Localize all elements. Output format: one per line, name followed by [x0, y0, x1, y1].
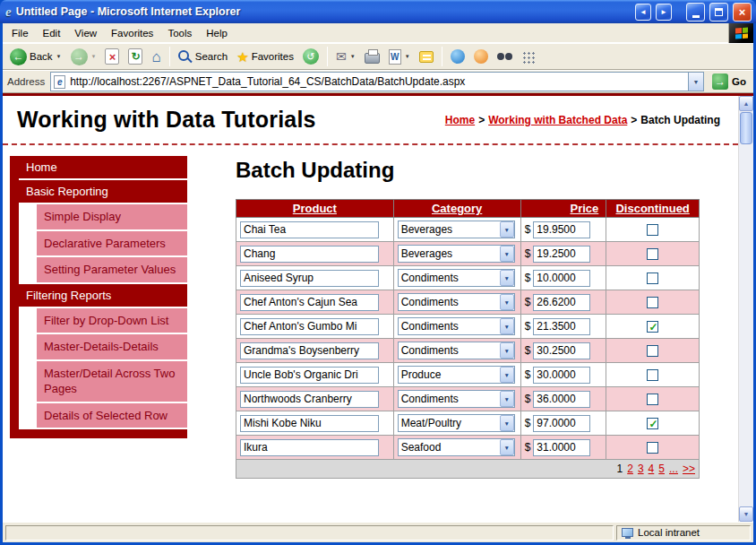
- chevron-down-icon[interactable]: ▼: [500, 342, 514, 359]
- scrollbar-thumb[interactable]: [740, 112, 752, 144]
- product-input[interactable]: [240, 342, 379, 359]
- search-button[interactable]: Search: [175, 48, 231, 65]
- menu-favorites[interactable]: Favorites: [104, 25, 160, 41]
- pager-link-2[interactable]: 2: [627, 463, 633, 475]
- edit-dropdown-icon[interactable]: ▼: [405, 54, 410, 59]
- sidebar-item-declarative-parameters[interactable]: Declarative Parameters: [37, 231, 187, 256]
- messenger-button[interactable]: [447, 48, 468, 65]
- forward-button[interactable]: → ▼: [67, 47, 100, 67]
- sidebar-item-home[interactable]: Home: [19, 156, 187, 178]
- category-select[interactable]: Produce▼: [398, 366, 515, 384]
- product-input[interactable]: [240, 439, 379, 456]
- discontinued-checkbox[interactable]: ✓: [647, 418, 658, 429]
- discontinued-checkbox[interactable]: ✓: [647, 272, 658, 284]
- header-category[interactable]: Category: [393, 200, 520, 218]
- product-input[interactable]: [240, 246, 379, 263]
- discontinued-checkbox[interactable]: ✓: [647, 297, 658, 308]
- discontinued-checkbox[interactable]: ✓: [647, 442, 658, 454]
- edit-button[interactable]: W ▼: [385, 48, 414, 66]
- chevron-down-icon[interactable]: ▼: [500, 318, 514, 334]
- product-input[interactable]: [240, 415, 379, 432]
- category-select[interactable]: Condiments▼: [398, 390, 515, 408]
- sidebar-item-filter-by-dropdown-list[interactable]: Filter by Drop-Down List: [37, 308, 187, 333]
- price-input[interactable]: [533, 294, 590, 311]
- discontinued-checkbox[interactable]: ✓: [647, 224, 658, 236]
- category-select[interactable]: Condiments▼: [398, 342, 515, 359]
- chevron-down-icon[interactable]: ▼: [500, 221, 514, 238]
- category-select[interactable]: Beverages▼: [398, 245, 515, 263]
- home-button[interactable]: ⌂: [148, 48, 164, 66]
- price-input[interactable]: [533, 221, 590, 238]
- mail-dropdown-icon[interactable]: ▼: [350, 54, 356, 59]
- titlebar-back-button[interactable]: ◄: [635, 4, 651, 21]
- pager-ellipsis-link[interactable]: ...: [669, 463, 678, 475]
- price-input[interactable]: [533, 367, 590, 384]
- breadcrumb-link-batched-data[interactable]: Working with Batched Data: [488, 114, 627, 126]
- price-input[interactable]: [533, 415, 590, 432]
- category-select[interactable]: Seafood▼: [398, 438, 515, 456]
- address-dropdown-button[interactable]: ▼: [688, 73, 703, 91]
- pager-link-4[interactable]: 4: [649, 463, 655, 475]
- sidebar-item-simple-display[interactable]: Simple Display: [37, 204, 187, 229]
- product-input[interactable]: [240, 318, 379, 335]
- pager-link-5[interactable]: 5: [658, 463, 665, 475]
- discontinued-checkbox[interactable]: ✓: [647, 321, 658, 333]
- product-input[interactable]: [240, 367, 379, 384]
- breadcrumb-link-home[interactable]: Home: [445, 114, 475, 126]
- header-discontinued[interactable]: Discontinued: [606, 200, 700, 218]
- minimize-button[interactable]: [686, 3, 705, 22]
- back-button[interactable]: ← Back ▼: [6, 47, 65, 67]
- menu-file[interactable]: File: [4, 25, 36, 41]
- chevron-down-icon[interactable]: ▼: [500, 439, 514, 455]
- pager-link-3[interactable]: 3: [638, 463, 644, 475]
- category-select[interactable]: Condiments▼: [398, 269, 515, 287]
- menu-help[interactable]: Help: [199, 25, 235, 41]
- menu-view[interactable]: View: [67, 25, 104, 41]
- chevron-down-icon[interactable]: ▼: [500, 367, 514, 383]
- sidebar-item-master-details-details[interactable]: Master-Details-Details: [37, 334, 187, 359]
- sidebar-item-master-detail-two-pages[interactable]: Master/Detail Across Two Pages: [37, 361, 187, 402]
- product-input[interactable]: [240, 270, 379, 287]
- category-select[interactable]: Condiments▼: [398, 317, 515, 335]
- sidebar-item-filtering-reports[interactable]: Filtering Reports: [19, 284, 187, 307]
- category-select[interactable]: Beverages▼: [398, 221, 515, 238]
- pager-next-link[interactable]: >>: [683, 463, 695, 475]
- print-button[interactable]: [361, 48, 383, 65]
- price-input[interactable]: [533, 391, 590, 408]
- close-button[interactable]: ×: [733, 3, 752, 22]
- product-input[interactable]: [240, 221, 379, 238]
- vertical-scrollbar[interactable]: ▲ ▼: [738, 96, 753, 522]
- price-input[interactable]: [533, 342, 590, 359]
- chevron-down-icon[interactable]: ▼: [500, 415, 514, 431]
- sidebar-item-partial[interactable]: [19, 429, 187, 438]
- product-input[interactable]: [240, 391, 379, 408]
- chevron-down-icon[interactable]: ▼: [500, 270, 514, 286]
- price-input[interactable]: [533, 318, 590, 335]
- chevron-down-icon[interactable]: ▼: [500, 391, 514, 407]
- discontinued-checkbox[interactable]: ✓: [647, 345, 658, 357]
- category-select[interactable]: Condiments▼: [398, 293, 515, 311]
- address-url[interactable]: http://localhost:2267/ASPNET_Data_Tutori…: [70, 75, 683, 88]
- address-input[interactable]: e http://localhost:2267/ASPNET_Data_Tuto…: [50, 72, 704, 91]
- header-product[interactable]: Product: [236, 200, 394, 218]
- stop-button[interactable]: ×: [101, 47, 123, 66]
- maximize-button[interactable]: [709, 3, 728, 22]
- product-input[interactable]: [240, 294, 379, 311]
- favorites-button[interactable]: ★ Favorites: [233, 48, 297, 65]
- scroll-down-button[interactable]: ▼: [739, 506, 753, 522]
- titlebar-forward-button[interactable]: ►: [656, 4, 672, 21]
- sidebar-item-basic-reporting[interactable]: Basic Reporting: [19, 180, 187, 203]
- go-button[interactable]: → Go: [709, 74, 749, 90]
- history-button[interactable]: ↺: [299, 47, 322, 66]
- thumbnails-button[interactable]: [518, 48, 538, 65]
- discontinued-checkbox[interactable]: ✓: [647, 394, 658, 405]
- price-input[interactable]: [533, 270, 590, 287]
- back-dropdown-icon[interactable]: ▼: [56, 54, 62, 59]
- scroll-up-button[interactable]: ▲: [739, 96, 753, 111]
- refresh-button[interactable]: ↻: [125, 47, 146, 66]
- price-input[interactable]: [533, 439, 590, 456]
- binoculars-button[interactable]: [494, 51, 516, 62]
- header-price[interactable]: Price: [520, 200, 606, 218]
- discontinued-checkbox[interactable]: ✓: [647, 369, 658, 381]
- discontinued-checkbox[interactable]: ✓: [647, 248, 658, 260]
